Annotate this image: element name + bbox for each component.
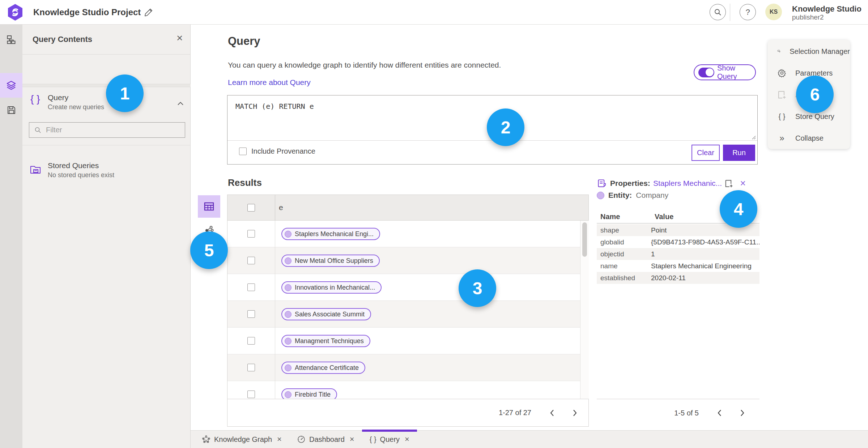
divider [22,54,191,55]
add-to-new-icon[interactable] [724,179,733,188]
table-row: Innovations in Mechanical... [227,274,588,301]
data-model-nav-button[interactable] [0,28,22,51]
close-tab-icon[interactable]: × [350,435,354,443]
run-button[interactable]: Run [723,145,755,161]
braces-icon: { } [777,112,787,121]
collapse-caret-icon[interactable] [177,101,184,106]
results-page-range: 1-27 of 27 [499,409,531,417]
entity-pill-label: Sales Associate Summit [295,311,365,318]
properties-entity-link[interactable]: Staplers Mechanic... [653,179,722,188]
table-row: Firebird Title [227,381,588,399]
entity-pill-label: New Metal Office Suppliers [295,257,373,265]
panel-close-icon[interactable]: × [176,32,183,44]
value-column-header: Value [655,213,673,221]
row-checkbox[interactable] [247,283,255,291]
query-section-description: You can query a knowledge graph to ident… [228,61,501,69]
table-row: New Metal Office Suppliers [227,247,588,274]
stored-queries-description: No stored queries exist [48,171,114,179]
property-row: name Staplers Mechanical Engineering [597,260,760,272]
results-title: Results [228,177,262,188]
entity-pill[interactable]: Sales Associate Summit [281,308,371,320]
filter-field [29,122,185,138]
column-divider [275,247,275,274]
entity-pill[interactable]: Staplers Mechanical Engi... [281,228,380,240]
topbar-divider [730,4,730,21]
tab-query[interactable]: { } Query × [362,431,417,448]
dashboard-icon [297,435,306,444]
entity-circle-icon [285,311,292,318]
row-checkbox[interactable] [247,310,255,318]
property-row: established 2020-02-11 [597,272,760,284]
tab-dashboard[interactable]: Dashboard × [289,431,362,448]
save-nav-button[interactable] [0,98,22,121]
menu-item-selection-manager[interactable]: Selection Manager [768,40,850,62]
results-scrollbar[interactable] [580,221,589,399]
app-logo-icon [7,4,23,21]
property-value: 2020-02-11 [651,274,760,282]
properties-close-icon[interactable]: × [740,179,746,188]
select-all-checkbox[interactable] [247,204,255,212]
row-checkbox[interactable] [247,391,255,398]
braces-icon: { } [370,435,376,444]
toggle-track [698,68,714,77]
table-view-button[interactable] [198,195,220,218]
search-icon [714,8,722,16]
properties-next-page-button[interactable] [740,409,745,417]
row-checkbox[interactable] [247,337,255,345]
menu-item-collapse[interactable]: » Collapse [768,127,850,149]
table-icon [203,201,215,212]
properties-previous-page-button[interactable] [717,409,722,417]
row-checkbox[interactable] [247,257,255,264]
user-name: Knowledge Studio [792,4,861,14]
properties-page-range: 1-5 of 5 [674,409,699,417]
tab-knowledge-graph[interactable]: Knowledge Graph × [194,431,289,448]
close-tab-icon[interactable]: × [277,435,282,443]
results-previous-page-button[interactable] [549,409,554,417]
column-divider [275,195,275,221]
resize-grip-icon[interactable] [752,135,756,140]
property-name: globalid [597,238,651,246]
knowledge-graph-icon [202,435,210,444]
learn-more-link[interactable]: Learn more about Query [228,78,311,87]
entity-pill[interactable]: Innovations in Mechanical... [281,281,382,294]
edit-title-icon[interactable] [144,8,153,17]
row-checkbox[interactable] [247,230,255,238]
entity-circle-icon [285,391,292,398]
search-button[interactable] [710,4,726,20]
bottom-tab-bar: Knowledge Graph × Dashboard × { } Query … [191,430,868,448]
results-next-page-button[interactable] [573,409,578,417]
entity-pill-label: Staplers Mechanical Engi... [295,230,374,238]
include-provenance-label: Include Provenance [251,147,315,155]
entity-pill[interactable]: Attendance Certificate [281,362,365,374]
show-query-toggle[interactable]: Show Query [694,64,756,80]
user-avatar[interactable]: KS [765,4,782,20]
entity-pill-label: Attendance Certificate [295,364,359,372]
help-button[interactable]: ? [740,4,756,20]
close-tab-icon[interactable]: × [405,435,409,443]
chevron-left-icon [717,409,722,417]
entity-value: Company [636,191,668,200]
toggle-knob [706,68,714,76]
column-divider [275,381,275,399]
filter-input[interactable] [46,126,176,134]
row-checkbox[interactable] [247,364,255,371]
scrollbar-thumb[interactable] [582,222,587,257]
stored-queries-label: Stored Queries [48,161,99,170]
query-section-title: Query [228,35,260,48]
entity-pill-label: Firebird Title [295,391,331,398]
layers-icon [6,80,17,91]
entity-pill[interactable]: Firebird Title [281,388,337,399]
clear-button[interactable]: Clear [692,145,720,161]
layers-nav-button[interactable] [0,73,22,98]
sidebar-item-query[interactable]: { } Query Create new queries [22,57,191,84]
entity-pill[interactable]: New Metal Office Suppliers [281,255,380,267]
include-provenance-checkbox[interactable] [239,148,247,155]
property-row: globalid {5D9B4713-F98D-4A53-A59F-C11... [597,236,760,248]
entity-type-row: Entity: Company [597,191,668,200]
results-table-body: Staplers Mechanical Engi... New Metal Of… [227,221,589,399]
panel-title: Query Contents [33,35,92,44]
annotation-badge-2: 2 [487,108,524,146]
entity-pill[interactable]: Managment Techniques [281,335,370,347]
help-icon: ? [745,8,750,17]
property-name: established [597,274,651,282]
